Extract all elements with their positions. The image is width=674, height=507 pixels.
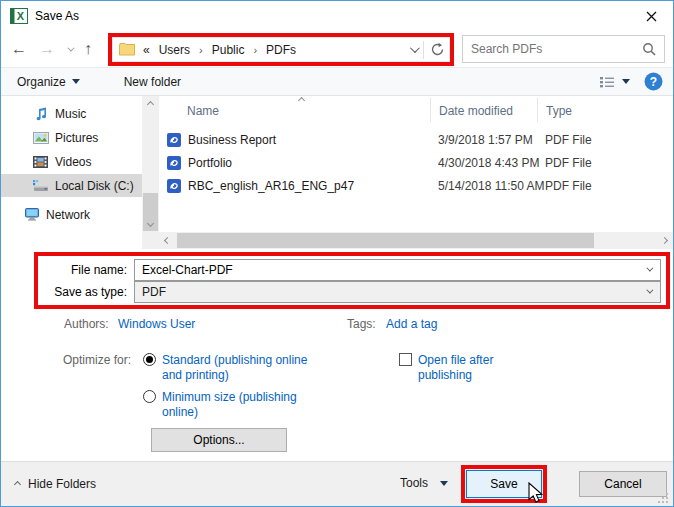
up-icon[interactable]: ↑ [84,41,92,57]
search-input[interactable] [471,42,642,56]
scroll-left-button[interactable] [159,232,176,249]
column-header-type[interactable]: Type [546,104,572,118]
sidebar-item-pictures[interactable]: Pictures [1,126,142,149]
footer-bar: Hide Folders Tools Save Cancel [1,461,673,507]
breadcrumb-separator-icon: › [253,44,257,56]
pdf-file-icon [167,179,181,193]
file-row[interactable]: Portfolio 4/30/2018 4:43 PM PDF File [159,152,674,174]
authors-value[interactable]: Windows User [118,317,195,331]
file-name: Portfolio [188,156,438,170]
recent-locations-chevron-icon[interactable] [67,44,74,51]
address-divider [423,41,424,59]
sidebar-scrollbar[interactable] [142,96,159,249]
sort-ascending-icon [298,97,305,104]
scrollbar-thumb[interactable] [177,233,594,248]
address-dropdown-chevron-icon[interactable] [410,43,420,53]
breadcrumb-item-pdfs[interactable]: PDFs [266,43,296,57]
command-toolbar: Organize New folder ? [1,67,673,96]
organize-button[interactable]: Organize [7,68,90,95]
column-separator[interactable] [537,98,538,122]
radio-minimum-label: Minimum size (publishing online) [162,390,302,420]
svg-text:X: X [17,10,25,22]
column-separator[interactable] [430,98,431,122]
file-date-modified: 3/9/2018 1:57 PM [438,133,545,147]
sidebar-item-local-disk[interactable]: Local Disk (C:) [1,174,142,197]
sidebar-item-music[interactable]: Music [1,102,142,125]
breadcrumb-item-public[interactable]: Public [212,43,245,57]
cancel-button[interactable]: Cancel [579,471,667,497]
view-mode-button[interactable] [599,75,630,89]
music-note-icon [32,107,49,121]
address-bar[interactable]: « Users › Public › PDFs [108,33,454,66]
search-icon[interactable] [642,42,656,56]
optimize-for-label: Optimize for: [63,353,131,367]
file-date-modified: 4/30/2018 4:43 PM [438,156,545,170]
close-icon [646,11,657,22]
navigation-sidebar: Music Pictures [1,96,142,249]
network-icon [23,208,40,221]
close-button[interactable] [629,1,673,31]
local-disk-icon [32,180,49,192]
help-icon[interactable]: ? [644,72,663,91]
scroll-down-button[interactable] [142,215,159,232]
explorer-pane: Music Pictures [1,96,673,249]
tags-add-link[interactable]: Add a tag [386,317,437,331]
sidebar-item-videos[interactable]: Videos [1,150,142,173]
title-bar: X Save As [1,1,673,31]
column-header-name[interactable]: Name [187,104,219,118]
file-row[interactable]: RBC_english_AR16_ENG_p47 5/14/2018 11:50… [159,175,674,197]
save-as-type-label: Save as type: [43,285,127,299]
scroll-up-button[interactable] [142,96,159,113]
open-file-label: Open file after publishing [418,353,523,383]
svg-text:?: ? [650,75,657,89]
open-file-after-publishing-checkbox[interactable]: Open file after publishing [399,353,549,383]
file-name-row: File name: [43,259,661,281]
folder-icon [119,43,135,56]
breadcrumb-overflow[interactable]: « [143,43,150,57]
pdf-file-icon [167,156,181,170]
sidebar-item-label: Videos [55,155,91,169]
file-row[interactable]: Business Report 3/9/2018 1:57 PM PDF Fil… [159,129,674,151]
save-as-type-value: PDF [142,285,166,299]
file-type: PDF File [545,133,592,147]
sidebar-item-label: Network [46,208,90,222]
radio-selected-icon[interactable] [143,353,156,366]
save-as-type-row: Save as type: PDF [43,281,661,303]
sidebar-item-network[interactable]: Network [1,203,142,226]
file-name-input[interactable] [142,263,652,277]
file-name: RBC_english_AR16_ENG_p47 [188,179,438,193]
list-view-icon [599,75,615,89]
radio-standard[interactable]: Standard (publishing online and printing… [143,353,338,383]
breadcrumb-item-users[interactable]: Users [159,43,190,57]
file-name-combo[interactable] [134,259,661,281]
tags-label: Tags: [347,317,376,331]
refresh-icon[interactable] [430,42,445,57]
save-as-type-dropdown-chevron-icon[interactable] [646,287,653,294]
save-highlight-box: Save [461,465,547,503]
save-button[interactable]: Save [466,470,542,498]
hide-folders-button[interactable]: Hide Folders [15,477,96,491]
nav-arrows: ← → ↑ [11,31,92,67]
back-icon[interactable]: ← [11,41,27,57]
radio-standard-label: Standard (publishing online and printing… [162,353,320,383]
save-as-type-select[interactable]: PDF [134,281,661,303]
column-header-date-modified[interactable]: Date modified [439,104,513,118]
pdf-file-icon [167,133,181,147]
radio-minimum-size[interactable]: Minimum size (publishing online) [143,390,338,420]
navigation-bar: ← → ↑ « Users › Public › PDFs [1,31,673,67]
hide-folders-label: Hide Folders [28,477,96,491]
options-button[interactable]: Options... [151,428,287,452]
sidebar-item-label: Pictures [55,131,98,145]
scroll-right-button[interactable] [656,232,673,249]
pictures-icon [32,132,49,144]
checkbox-icon[interactable] [399,353,412,366]
new-folder-button[interactable]: New folder [114,68,191,95]
file-date-modified: 5/14/2018 11:50 AM [438,179,545,193]
resize-grip-icon[interactable] [658,493,669,504]
tools-button[interactable]: Tools [400,476,448,490]
file-list-horizontal-scrollbar[interactable] [159,232,673,249]
radio-unselected-icon[interactable] [143,390,156,403]
search-box[interactable] [462,35,665,63]
address-controls [410,41,445,59]
file-type: PDF File [545,156,592,170]
